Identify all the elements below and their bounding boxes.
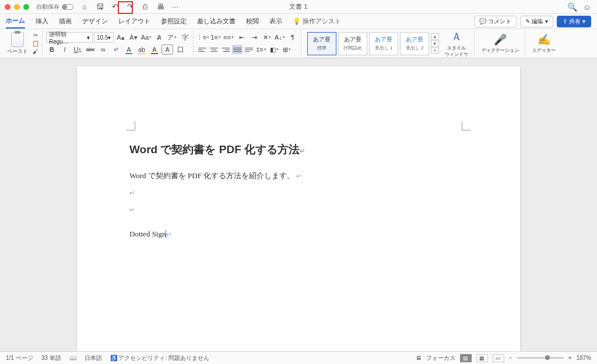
tab-insert[interactable]: 挿入	[36, 15, 48, 28]
account-icon[interactable]: ☺	[582, 2, 592, 12]
highlight-color-button[interactable]: ab	[136, 44, 148, 55]
tab-view[interactable]: 表示	[269, 15, 282, 28]
word-count[interactable]: 33 単語	[41, 354, 61, 362]
document-page[interactable]: Word で契約書を PDF 化する方法↵ Word で契約書を PDF 化する…	[77, 66, 520, 351]
subscript-button[interactable]: x₂	[97, 44, 109, 55]
borders-button[interactable]: ⊞	[281, 44, 293, 55]
superscript-button[interactable]: x²	[110, 44, 122, 55]
style-no-spacing[interactable]: あア亜 行間詰め	[338, 32, 367, 55]
line-spacing-button[interactable]: ‡≡	[255, 44, 267, 55]
tab-references[interactable]: 参照設定	[161, 15, 187, 28]
minimize-window-button[interactable]	[14, 4, 20, 10]
style-heading2[interactable]: あア亜 見出し 2	[400, 32, 429, 55]
font-color-button[interactable]: A	[149, 44, 160, 55]
comments-button[interactable]: 💬 コメント	[474, 16, 517, 27]
multilevel-list-button[interactable]: ≡≡	[223, 32, 234, 43]
sort-button[interactable]: A↓	[274, 32, 286, 43]
styles-pane-button[interactable]: Ａ スタイル ウィンドウ	[441, 30, 472, 58]
editor-button[interactable]: ✍ エディター	[529, 33, 559, 54]
maximize-window-button[interactable]	[23, 4, 29, 10]
language-status[interactable]: 日本語	[85, 354, 102, 362]
styles-scroll-down[interactable]: ▾	[431, 40, 439, 47]
doc-paragraph-1[interactable]: Word で契約書を PDF 化する方法を紹介します。 ↵	[129, 170, 468, 182]
clear-formatting-button[interactable]: A̷	[153, 32, 165, 43]
tab-review[interactable]: 校閲	[246, 15, 259, 28]
align-right-button[interactable]	[220, 45, 231, 54]
share-button[interactable]: ⇪ 共有 ▾	[557, 16, 591, 27]
tab-mailings[interactable]: 差し込み文書	[197, 15, 236, 28]
align-left-button[interactable]	[197, 45, 208, 54]
doc-heading[interactable]: Word で契約書を PDF 化する方法↵	[129, 142, 468, 157]
page-count[interactable]: 1/1 ページ	[6, 354, 33, 362]
cut-button[interactable]: ✂	[31, 32, 40, 39]
bold-button[interactable]: B	[46, 44, 58, 55]
shading-button[interactable]: ◧	[268, 44, 280, 55]
autosave-toggle[interactable]: 自動保存	[36, 3, 73, 11]
strikethrough-button[interactable]: abc	[85, 44, 96, 55]
spell-check-icon[interactable]: 📖	[69, 355, 76, 361]
decrease-font-button[interactable]: A▾	[128, 32, 139, 43]
bullets-button[interactable]: ⋮≡	[197, 32, 209, 43]
tab-design[interactable]: デザイン	[82, 15, 108, 28]
asian-layout-button[interactable]: ✕	[261, 32, 273, 43]
tab-layout[interactable]: レイアウト	[118, 15, 150, 28]
zoom-level[interactable]: 187%	[576, 355, 591, 361]
text-effects-button[interactable]: A	[123, 44, 135, 55]
phonetic-guide-button[interactable]: ア	[166, 32, 178, 43]
underline-button[interactable]: U	[72, 44, 83, 55]
increase-font-button[interactable]: A▴	[115, 32, 127, 43]
style-normal[interactable]: あア亜 標準	[307, 32, 336, 55]
microphone-icon: 🎤	[494, 33, 507, 46]
font-name-select[interactable]: 游明朝 Regu… ▾	[46, 32, 93, 43]
font-size-select[interactable]: 10.5 ▾	[94, 32, 114, 43]
decrease-indent-button[interactable]: ⇤	[236, 32, 247, 43]
align-distribute-button[interactable]	[244, 45, 254, 54]
copy-button[interactable]: 📋	[31, 40, 40, 47]
styles-scroll-up[interactable]: ▴	[431, 33, 439, 40]
doc-empty-line[interactable]: ↵	[129, 204, 468, 216]
styles-pane-icon: Ａ	[451, 30, 462, 44]
tab-home[interactable]: ホーム	[6, 14, 25, 29]
tab-draw[interactable]: 描画	[59, 15, 72, 28]
doc-paragraph-2[interactable]: Dotted Sign↵	[129, 228, 468, 241]
document-canvas[interactable]: Word で契約書を PDF 化する方法↵ Word で契約書を PDF 化する…	[0, 58, 597, 351]
read-mode-view[interactable]: ▭	[493, 354, 504, 362]
align-justify-button[interactable]	[232, 45, 243, 54]
home-icon[interactable]: ⌂	[79, 2, 90, 12]
align-center-button[interactable]	[209, 45, 219, 54]
zoom-slider[interactable]	[517, 357, 564, 359]
change-case-button[interactable]: Aa	[141, 32, 152, 43]
focus-mode-button[interactable]: フォーカス	[426, 354, 455, 362]
undo-icon[interactable]: ↶	[110, 2, 120, 12]
display-settings-icon[interactable]: 🖥	[416, 355, 422, 361]
paste-button[interactable]: ペースト	[5, 32, 30, 55]
print-icon[interactable]: 🖶	[155, 2, 166, 12]
enclose-characters-button[interactable]: 字	[179, 32, 191, 43]
print-preview-icon[interactable]: ⎙	[140, 2, 150, 12]
redo-icon[interactable]: ↷	[125, 2, 135, 12]
web-layout-view[interactable]: ▦	[476, 354, 488, 362]
edit-label: 編集	[532, 17, 543, 26]
italic-button[interactable]: I	[59, 44, 71, 55]
print-layout-view[interactable]: ▤	[460, 354, 472, 362]
zoom-in-button[interactable]: +	[568, 355, 572, 361]
format-painter-button[interactable]: 🖌	[31, 48, 40, 55]
accessibility-status[interactable]: ♿ アクセシビリティ: 問題ありません	[110, 354, 209, 362]
editing-mode-button[interactable]: ✎ 編集 ▾	[520, 16, 553, 27]
qat-more-button[interactable]: ···	[170, 2, 181, 12]
search-icon[interactable]: 🔍	[567, 2, 577, 12]
show-marks-button[interactable]: ¶	[287, 32, 298, 43]
character-border-button[interactable]: 囗	[174, 44, 186, 55]
quick-access-toolbar: ⌂ 🖫 ↶ ↷ ⎙ 🖶 ···	[79, 2, 181, 12]
save-icon[interactable]: 🖫	[94, 2, 105, 12]
increase-indent-button[interactable]: ⇥	[248, 32, 260, 43]
styles-gallery-expand[interactable]: ▿	[431, 47, 439, 54]
style-heading1[interactable]: あア亜 見出し 1	[369, 32, 398, 55]
doc-empty-line[interactable]: ↵	[129, 187, 468, 199]
numbering-button[interactable]: 1≡	[210, 32, 222, 43]
dictation-button[interactable]: 🎤 ディクテーション	[478, 33, 522, 54]
zoom-out-button[interactable]: −	[509, 355, 512, 361]
close-window-button[interactable]	[5, 4, 10, 10]
tell-me-button[interactable]: 💡 操作アシスト	[293, 17, 341, 26]
character-shading-button[interactable]: A	[161, 44, 173, 55]
